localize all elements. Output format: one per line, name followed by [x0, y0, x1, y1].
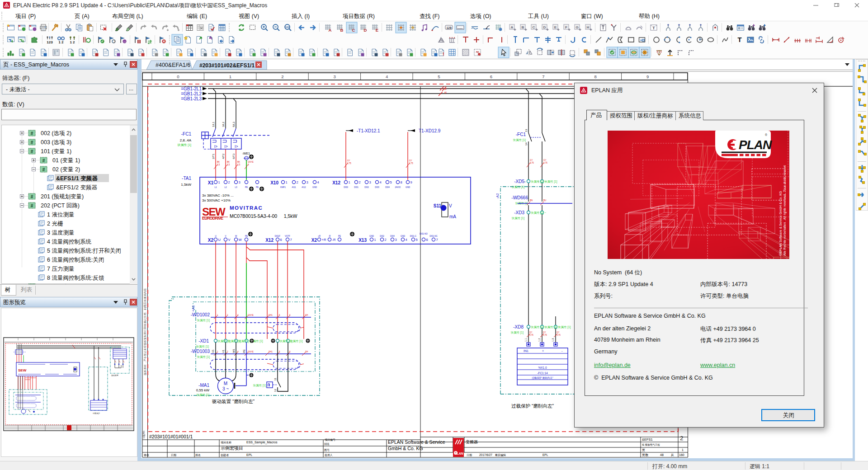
- svg-text:1.2: 1.2: [538, 338, 541, 342]
- svg-text:7: 7: [290, 238, 292, 242]
- svg-text:4: 4: [406, 238, 407, 242]
- svg-text:I>: I>: [224, 144, 227, 149]
- svg-text:X2: X2: [311, 238, 317, 243]
- svg-text:-FC1: -FC1: [181, 132, 192, 136]
- svg-text:#: #: [31, 194, 33, 199]
- svg-text:GY: GY: [557, 331, 560, 334]
- svg-text:块属性 [1] ~: 块属性 [1] ~: [530, 211, 546, 215]
- svg-text:日期: 日期: [171, 454, 176, 457]
- svg-text:块属性 [1]: 块属性 [1]: [544, 180, 557, 183]
- svg-text:11: 11: [274, 377, 277, 381]
- svg-text:→: →: [123, 40, 126, 43]
- svg-text:-T1-XD12.1: -T1-XD12.1: [357, 128, 380, 133]
- svg-text:批准人: 批准人: [325, 454, 333, 457]
- svg-text:EPLAN Software & Service: EPLAN Software & Service: [388, 439, 445, 445]
- svg-text:9: 9: [410, 180, 412, 184]
- svg-text:示例宏项目: 示例宏项目: [221, 446, 243, 451]
- svg-text:GmbH & Co. KG: GmbH & Co. KG: [388, 446, 423, 451]
- svg-text:#: #: [31, 140, 33, 145]
- svg-text:24VIO: 24VIO: [395, 186, 401, 188]
- svg-text:2: 2: [281, 74, 283, 79]
- svg-text:IE 模板电气工程: IE 模板电气工程: [642, 443, 660, 446]
- svg-text:修改: 修改: [144, 453, 149, 456]
- svg-text:8: 8: [594, 74, 597, 79]
- svg-text:DI04: DI04: [390, 235, 395, 237]
- svg-text:A: A: [511, 25, 514, 29]
- svg-text:SH: SH: [305, 351, 308, 353]
- svg-text:4/T2: 4/T2: [222, 153, 225, 159]
- svg-text:1/L1: 1/L1: [212, 122, 215, 127]
- svg-text:1: 1: [218, 180, 220, 184]
- svg-text:#203#101#01#001/1: #203#101#01#001/1: [149, 434, 193, 439]
- svg-text:#: #: [31, 203, 33, 208]
- svg-text:ESS_Sample_Macros: ESS_Sample_Macros: [246, 441, 278, 444]
- svg-text:-XD5: -XD5: [514, 179, 524, 184]
- svg-text:1,5kW: 1,5kW: [181, 183, 191, 187]
- svg-text:6/T3: 6/T3: [232, 153, 235, 159]
- svg-text:DI01F: DI01F: [275, 235, 281, 237]
- svg-text:2,5: 2,5: [237, 164, 241, 166]
- svg-text:-XD8: -XD8: [513, 324, 524, 329]
- svg-text:4: 4: [386, 74, 388, 79]
- svg-text:2017/6/27: 2017/6/27: [479, 453, 492, 456]
- svg-text:V: V: [449, 203, 452, 208]
- svg-text:2: 2: [385, 238, 387, 242]
- svg-text:0,75: 0,75: [409, 162, 413, 164]
- svg-text:✱: ✱: [113, 40, 115, 43]
- svg-text:U1: U1: [212, 349, 214, 353]
- svg-text:H: H: [587, 25, 590, 29]
- svg-text:块属性 [1]: 块属性 [1]: [196, 393, 209, 397]
- svg-text:=GB1-2L1: =GB1-2L1: [181, 86, 202, 91]
- svg-text:DI00: DI00: [344, 186, 348, 188]
- svg-text:-FC1:14: -FC1:14: [537, 371, 548, 375]
- svg-text:SH1: SH1: [269, 351, 273, 353]
- svg-text:7: 7: [436, 238, 438, 242]
- svg-text:V: V: [225, 235, 226, 237]
- svg-text:B: B: [340, 28, 344, 33]
- svg-text:T1-XD12.9: T1-XD12.9: [419, 128, 441, 133]
- svg-text:0,75: 0,75: [530, 162, 534, 164]
- svg-text:块属性 [1]: 块属性 [1]: [252, 384, 266, 387]
- svg-text:BK: BK: [217, 161, 220, 163]
- svg-text:AI12: AI12: [302, 186, 306, 188]
- svg-text:160: 160: [679, 453, 684, 456]
- svg-text:+: +: [172, 297, 174, 301]
- svg-text:-MA1: -MA1: [198, 383, 209, 388]
- svg-text:MOVITRAC: MOVITRAC: [230, 205, 263, 211]
- svg-text:X1: X1: [208, 180, 214, 185]
- svg-text:F: F: [565, 25, 567, 29]
- svg-text:!: !: [443, 52, 444, 57]
- svg-text:DI01-C: DI01-C: [410, 235, 417, 237]
- svg-text:#: #: [31, 149, 33, 154]
- svg-text:&EFS1: &EFS1: [642, 437, 653, 442]
- svg-text:MC07B0015-5A3-4-00 1,5kW: MC07B0015-5A3-4-00 1,5kW: [230, 213, 297, 219]
- svg-text:-WD666: -WD666: [511, 195, 528, 200]
- svg-text:I>: I>: [214, 144, 217, 149]
- svg-text:L3: L3: [235, 186, 237, 188]
- svg-text:2: 2: [297, 180, 298, 184]
- svg-text:GND: GND: [312, 186, 317, 188]
- svg-text:块属性 [1]: 块属性 [1]: [511, 216, 524, 220]
- svg-text:V: V: [228, 238, 231, 242]
- svg-text:5: 5: [416, 238, 418, 242]
- svg-text:驱动装置 “磨削向左”: 驱动装置 “磨削向左”: [212, 399, 255, 404]
- svg-text:0,75: 0,75: [529, 334, 533, 336]
- svg-text:块属性 [1]: 块属性 [1]: [511, 185, 524, 189]
- svg-text:✕: ✕: [163, 40, 165, 43]
- svg-text:A: A: [329, 28, 332, 33]
- svg-text:3 ~: 3 ~: [222, 386, 229, 391]
- svg-text:U: U: [215, 235, 216, 237]
- svg-text:#: #: [31, 131, 33, 136]
- svg-text:M: M: [224, 381, 227, 386]
- svg-text:Alle Rechte vorbehalten . All: Alle Rechte vorbehalten . All rights res…: [783, 165, 787, 256]
- svg-text:EPL: EPL: [542, 453, 548, 456]
- svg-text:日期: 日期: [467, 454, 472, 457]
- svg-text:+R: +R: [322, 238, 326, 242]
- svg-text:AI11: AI11: [292, 186, 296, 188]
- svg-text:BK: BK: [227, 161, 230, 163]
- svg-text:13: 13: [525, 129, 528, 132]
- svg-text:PE: PE: [338, 235, 341, 237]
- svg-text:GY: GY: [543, 331, 546, 334]
- svg-text:0: 0: [177, 74, 179, 79]
- svg-text:从: 从: [670, 453, 674, 456]
